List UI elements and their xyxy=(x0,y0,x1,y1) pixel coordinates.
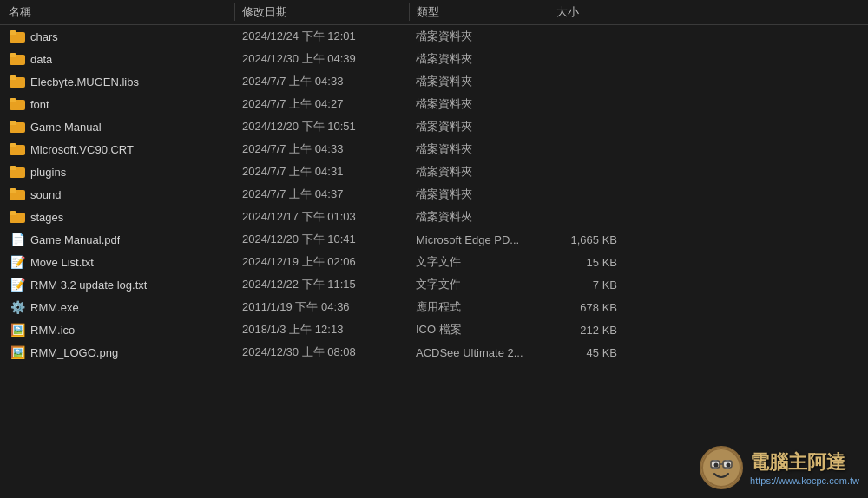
folder-icon xyxy=(10,51,25,67)
file-name: sound xyxy=(30,188,61,201)
file-size: 45 KB xyxy=(548,346,635,359)
file-date: 2024/12/19 上午 02:06 xyxy=(235,254,409,270)
file-name-cell: 📝 Move List.txt xyxy=(1,254,235,270)
file-name: Microsoft.VC90.CRT xyxy=(30,143,134,156)
folder-icon xyxy=(10,74,25,89)
file-name: data xyxy=(30,53,52,66)
txt-icon: 📝 xyxy=(10,254,25,270)
file-type: Microsoft Edge PD... xyxy=(409,233,548,246)
file-type: 檔案資料夾 xyxy=(409,96,548,112)
file-type: ACDSee Ultimate 2... xyxy=(409,346,548,359)
file-name-cell: 🖼️ RMM.ico xyxy=(1,322,235,337)
folder-icon xyxy=(10,29,25,44)
svg-point-4 xyxy=(727,463,731,468)
file-name-cell: stages xyxy=(1,209,235,225)
file-list: chars 2024/12/24 下午 12:01 檔案資料夾 data 202… xyxy=(0,25,868,498)
col-header-date[interactable]: 修改日期 xyxy=(235,4,409,20)
table-row[interactable]: Elecbyte.MUGEN.libs 2024/7/7 上午 04:33 檔案… xyxy=(0,70,868,93)
png-icon: 🖼️ xyxy=(10,344,25,360)
table-row[interactable]: plugins 2024/7/7 上午 04:31 檔案資料夾 xyxy=(0,161,868,183)
col-header-size[interactable]: 大小 xyxy=(549,4,636,20)
table-row[interactable]: Microsoft.VC90.CRT 2024/7/7 上午 04:33 檔案資… xyxy=(0,138,868,161)
file-type: 檔案資料夾 xyxy=(409,187,548,202)
file-name-cell: 📄 Game Manual.pdf xyxy=(1,232,235,247)
table-row[interactable]: 🖼️ RMM_LOGO.png 2024/12/30 上午 08:08 ACDS… xyxy=(0,341,868,364)
file-type: 檔案資料夾 xyxy=(409,209,548,225)
file-name: stages xyxy=(30,211,63,224)
file-size: 15 KB xyxy=(548,256,635,269)
file-explorer: 名稱 修改日期 類型 大小 chars 2024/12/24 下午 12:01 … xyxy=(0,0,868,498)
file-date: 2024/12/24 下午 12:01 xyxy=(235,29,409,44)
col-header-type[interactable]: 類型 xyxy=(410,4,549,20)
watermark-url: https://www.kocpc.com.tw xyxy=(750,475,859,486)
file-name: chars xyxy=(30,30,58,43)
svg-point-3 xyxy=(714,463,719,468)
file-name: Game Manual.pdf xyxy=(30,233,120,246)
table-row[interactable]: data 2024/12/30 上午 04:39 檔案資料夾 xyxy=(0,48,868,70)
file-date: 2024/12/20 下午 10:41 xyxy=(235,232,409,247)
table-row[interactable]: 📄 Game Manual.pdf 2024/12/20 下午 10:41 Mi… xyxy=(0,228,868,251)
table-row[interactable]: chars 2024/12/24 下午 12:01 檔案資料夾 xyxy=(0,25,868,48)
file-name-cell: sound xyxy=(1,187,235,202)
file-name: Move List.txt xyxy=(30,256,94,269)
table-row[interactable]: sound 2024/7/7 上午 04:37 檔案資料夾 xyxy=(0,183,868,206)
file-size: 678 KB xyxy=(548,301,635,314)
file-type: 檔案資料夾 xyxy=(409,164,548,180)
file-type: 應用程式 xyxy=(409,299,548,315)
file-name: Game Manual xyxy=(30,121,102,134)
ico-icon: 🖼️ xyxy=(10,322,25,337)
file-date: 2024/7/7 上午 04:31 xyxy=(235,164,409,180)
txt-icon: 📝 xyxy=(10,277,25,292)
file-size: 1,665 KB xyxy=(548,233,635,246)
file-name-cell: 📝 RMM 3.2 update log.txt xyxy=(1,277,235,292)
watermark-title: 電腦主阿達 xyxy=(750,449,845,475)
file-name: RMM.ico xyxy=(30,324,75,337)
file-date: 2024/7/7 上午 04:33 xyxy=(235,141,409,157)
file-date: 2024/12/30 上午 04:39 xyxy=(235,51,409,67)
file-type: 檔案資料夾 xyxy=(409,141,548,157)
file-name-cell: 🖼️ RMM_LOGO.png xyxy=(1,344,235,360)
file-name-cell: plugins xyxy=(1,164,235,180)
file-date: 2011/1/19 下午 04:36 xyxy=(235,299,409,315)
file-name: RMM.exe xyxy=(30,301,79,314)
table-row[interactable]: 📝 Move List.txt 2024/12/19 上午 02:06 文字文件… xyxy=(0,251,868,273)
file-size: 7 KB xyxy=(548,278,635,292)
column-headers: 名稱 修改日期 類型 大小 xyxy=(0,0,868,25)
file-date: 2024/12/30 上午 08:08 xyxy=(235,344,409,360)
file-name: font xyxy=(30,98,49,111)
table-row[interactable]: ⚙️ RMM.exe 2011/1/19 下午 04:36 應用程式 678 K… xyxy=(0,296,868,318)
file-date: 2024/7/7 上午 04:37 xyxy=(235,187,409,202)
file-type: 檔案資料夾 xyxy=(409,119,548,134)
file-name-cell: Elecbyte.MUGEN.libs xyxy=(1,74,235,89)
file-name-cell: Microsoft.VC90.CRT xyxy=(1,141,235,157)
table-row[interactable]: Game Manual 2024/12/20 下午 10:51 檔案資料夾 xyxy=(0,115,868,138)
col-header-name[interactable]: 名稱 xyxy=(0,4,234,20)
file-type: 檔案資料夾 xyxy=(409,74,548,89)
watermark: 電腦主阿達 https://www.kocpc.com.tw xyxy=(700,446,859,489)
file-name-cell: Game Manual xyxy=(1,119,235,134)
file-date: 2024/12/20 下午 10:51 xyxy=(235,119,409,134)
file-size: 212 KB xyxy=(548,324,635,337)
file-name: Elecbyte.MUGEN.libs xyxy=(30,75,139,88)
avatar-icon xyxy=(701,448,741,488)
exe-icon: ⚙️ xyxy=(10,299,25,315)
file-type: 檔案資料夾 xyxy=(409,51,548,67)
file-date: 2024/12/17 下午 01:03 xyxy=(235,209,409,225)
pdf-icon: 📄 xyxy=(10,232,25,247)
file-date: 2024/7/7 上午 04:27 xyxy=(235,96,409,112)
file-date: 2024/12/22 下午 11:15 xyxy=(235,277,409,292)
folder-icon xyxy=(10,141,25,157)
table-row[interactable]: 📝 RMM 3.2 update log.txt 2024/12/22 下午 1… xyxy=(0,273,868,296)
folder-icon xyxy=(10,209,25,225)
folder-icon xyxy=(10,187,25,202)
file-type: ICO 檔案 xyxy=(409,322,548,337)
file-type: 檔案資料夾 xyxy=(409,29,548,44)
file-name: RMM 3.2 update log.txt xyxy=(30,278,147,292)
folder-icon xyxy=(10,96,25,112)
table-row[interactable]: 🖼️ RMM.ico 2018/1/3 上午 12:13 ICO 檔案 212 … xyxy=(0,318,868,341)
folder-icon xyxy=(10,164,25,180)
table-row[interactable]: font 2024/7/7 上午 04:27 檔案資料夾 xyxy=(0,93,868,115)
file-name-cell: chars xyxy=(1,29,235,44)
file-name-cell: ⚙️ RMM.exe xyxy=(1,299,235,315)
table-row[interactable]: stages 2024/12/17 下午 01:03 檔案資料夾 xyxy=(0,206,868,228)
